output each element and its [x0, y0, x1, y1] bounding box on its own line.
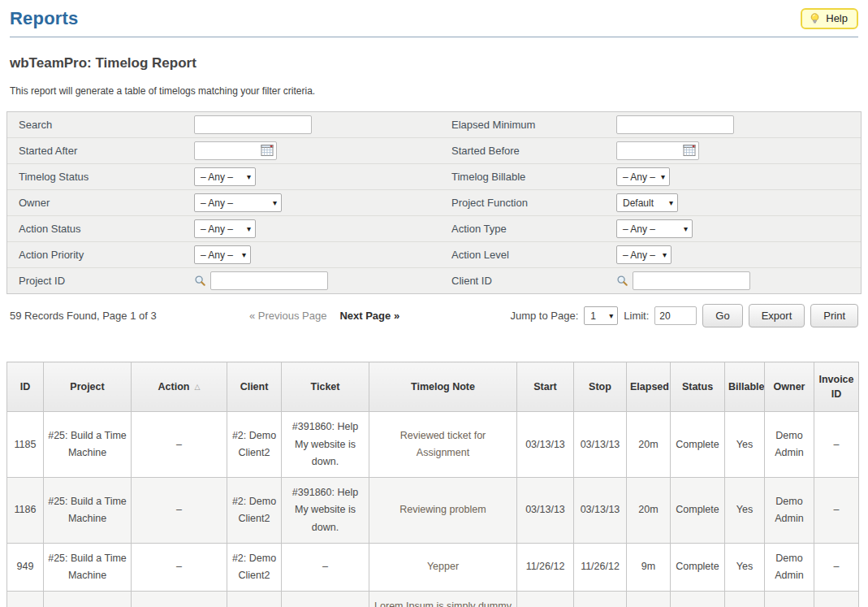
- column-header-timelog-note[interactable]: Timelog Note: [369, 362, 517, 412]
- cell-action: –: [132, 543, 227, 592]
- filter-label-action-status: Action Status: [19, 223, 194, 235]
- owner-select[interactable]: – Any – ▾: [194, 193, 282, 212]
- column-header-billable[interactable]: Billable: [725, 362, 765, 412]
- filter-row: Project ID Client ID: [7, 267, 861, 293]
- cell-ticket: #391860: Help My website is down.: [282, 478, 369, 544]
- cell-invoice_id: –: [814, 592, 859, 607]
- timelog-table: ID Project Action△ Client Ticket Timelog…: [6, 362, 859, 607]
- cell-note: Yepper: [369, 543, 517, 592]
- cell-invoice_id: –: [814, 543, 859, 592]
- cell-id: 1186: [7, 478, 44, 544]
- cell-elapsed: 15m: [627, 592, 671, 607]
- cell-billable: Yes: [725, 543, 765, 592]
- table-header-row: ID Project Action△ Client Ticket Timelog…: [7, 362, 859, 412]
- project-id-input[interactable]: [210, 271, 328, 290]
- cell-note: Lorem Ipsum is simply dummy text of the …: [369, 592, 517, 607]
- print-button[interactable]: Print: [810, 304, 858, 327]
- report-description: This report will generate a table of tim…: [10, 85, 858, 97]
- cell-owner: Demo Admin: [765, 478, 814, 544]
- select-value: Default: [623, 197, 654, 209]
- column-header-invoice-id[interactable]: Invoice ID: [814, 362, 859, 412]
- header-divider: [10, 37, 858, 37]
- cell-status: Complete: [671, 543, 725, 592]
- filter-row: Action Status – Any – ▾ Action Type – An…: [7, 215, 861, 241]
- cell-elapsed: 9m: [627, 543, 671, 592]
- timelog-status-select[interactable]: – Any – ▾: [194, 167, 256, 186]
- export-button[interactable]: Export: [749, 304, 805, 327]
- report-title: wbTeamPro: Timelog Report: [10, 55, 858, 72]
- cell-stop: 03/13/13: [574, 412, 627, 478]
- cell-id: 949: [7, 543, 44, 592]
- cell-start: 11/26/12: [517, 543, 574, 592]
- cell-action: –: [132, 478, 227, 544]
- previous-page-link[interactable]: « Previous Page: [249, 310, 326, 322]
- chevron-down-icon: ▾: [661, 172, 665, 181]
- jump-to-page-label: Jump to Page:: [510, 310, 578, 322]
- column-header-id[interactable]: ID: [7, 362, 44, 412]
- column-header-owner[interactable]: Owner: [765, 362, 814, 412]
- action-level-select[interactable]: – Any – ▾: [616, 245, 672, 264]
- cell-start: 03/13/13: [517, 412, 574, 478]
- filter-row: Search Elapsed Minimum: [7, 112, 861, 137]
- column-header-start[interactable]: Start: [517, 362, 574, 412]
- cell-elapsed: 20m: [627, 478, 671, 544]
- select-value: – Any –: [623, 171, 655, 183]
- table-row: 949#25: Build a Time Machine–#2: Demo Cl…: [7, 543, 859, 592]
- column-header-stop[interactable]: Stop: [574, 362, 627, 412]
- cell-status: Complete: [671, 412, 725, 478]
- column-header-ticket[interactable]: Ticket: [282, 362, 369, 412]
- go-button[interactable]: Go: [702, 304, 742, 327]
- action-type-select[interactable]: – Any – ▾: [616, 219, 693, 238]
- filter-row: Timelog Status – Any – ▾ Timelog Billabl…: [7, 163, 861, 189]
- table-row: 1186#25: Build a Time Machine–#2: Demo C…: [7, 478, 859, 544]
- column-header-elapsed[interactable]: Elapsed: [627, 362, 671, 412]
- page: Reports Help wbTeamPro: Timelog Report T…: [0, 0, 868, 607]
- cell-status: Complete: [671, 478, 725, 544]
- chevron-down-icon: ▾: [684, 224, 688, 233]
- help-button[interactable]: Help: [801, 8, 858, 29]
- calendar-icon[interactable]: [261, 144, 274, 157]
- cell-ticket: #391860: Help My website is down.: [282, 412, 369, 478]
- cell-client: #2: Demo Client2: [227, 478, 282, 544]
- filter-label-owner: Owner: [19, 197, 194, 209]
- cell-project: #25: Build a Time Machine: [44, 543, 132, 592]
- cell-owner: Demo Admin: [765, 543, 814, 592]
- cell-elapsed: 20m: [627, 412, 671, 478]
- cell-project: #25: Build a Time Machine: [44, 592, 132, 607]
- action-priority-select[interactable]: – Any – ▾: [194, 245, 251, 264]
- cell-start: 11/26/12: [517, 592, 574, 607]
- topbar: Reports Help: [10, 8, 858, 37]
- timelog-billable-select[interactable]: – Any – ▾: [616, 167, 670, 186]
- select-value: – Any –: [201, 197, 233, 209]
- action-status-select[interactable]: – Any – ▾: [194, 219, 256, 238]
- cell-action: –: [132, 592, 227, 607]
- next-page-link[interactable]: Next Page »: [339, 310, 399, 322]
- cell-project: #25: Build a Time Machine: [44, 478, 132, 544]
- chevron-down-icon: ▾: [247, 224, 251, 233]
- column-header-action[interactable]: Action△: [132, 362, 227, 412]
- chevron-down-icon: ▾: [663, 250, 667, 259]
- chevron-down-icon: ▾: [273, 198, 277, 207]
- limit-label: Limit:: [624, 310, 649, 322]
- cell-status: Complete: [671, 592, 725, 607]
- sort-ascending-icon: △: [194, 383, 200, 391]
- limit-input[interactable]: [654, 306, 697, 325]
- table-row: 934#25: Build a Time Machine–#2: Demo Cl…: [7, 592, 859, 607]
- client-id-input[interactable]: [633, 271, 750, 290]
- column-header-status[interactable]: Status: [671, 362, 725, 412]
- magnifier-icon[interactable]: [194, 275, 206, 287]
- cell-project: #25: Build a Time Machine: [44, 412, 132, 478]
- help-button-label: Help: [826, 12, 848, 24]
- jump-to-page-select[interactable]: 1 ▾: [584, 306, 618, 325]
- search-input[interactable]: [194, 115, 312, 134]
- calendar-icon[interactable]: [683, 144, 696, 157]
- select-value: – Any –: [201, 171, 233, 183]
- chevron-down-icon: ▾: [669, 198, 673, 207]
- column-header-client[interactable]: Client: [227, 362, 282, 412]
- select-value: – Any –: [201, 249, 233, 261]
- column-header-project[interactable]: Project: [44, 362, 132, 412]
- cell-client: #2: Demo Client2: [227, 543, 282, 592]
- elapsed-minimum-input[interactable]: [616, 115, 734, 134]
- magnifier-icon[interactable]: [616, 275, 628, 287]
- project-function-select[interactable]: Default ▾: [616, 193, 678, 212]
